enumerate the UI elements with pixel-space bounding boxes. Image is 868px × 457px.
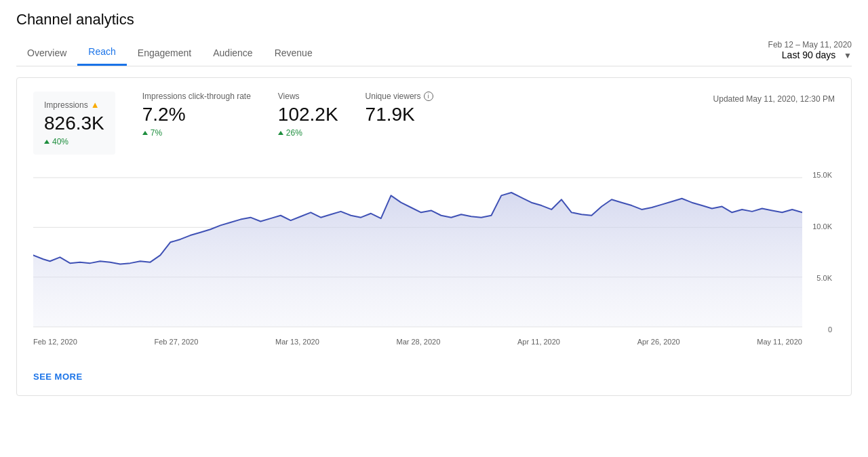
metric-views-change: 26% (278, 128, 338, 138)
analytics-card: Impressions ▲ 826.3K 40% Impressions cli… (16, 77, 852, 396)
metric-views: Views 102.2K 26% (278, 92, 338, 138)
metric-unique-viewers-value: 71.9K (366, 104, 433, 125)
up-arrow-icon (142, 131, 148, 135)
tabs-row: Overview Reach Engagement Audience Reven… (16, 39, 852, 66)
date-range-selector[interactable]: Feb 12 – May 11, 2020 Last 90 days ▼ (768, 40, 852, 66)
tab-reach[interactable]: Reach (77, 39, 126, 66)
metric-ctr-label: Impressions click-through rate (142, 92, 251, 101)
chart-svg (33, 171, 802, 334)
metric-unique-viewers: Unique viewers i 71.9K (366, 92, 433, 125)
up-arrow-icon (278, 131, 283, 135)
date-range-main: Last 90 days ▼ (782, 49, 852, 60)
see-more-link[interactable]: SEE MORE (33, 372, 83, 382)
tab-audience[interactable]: Audience (202, 41, 263, 65)
y-label-0: 0 (808, 325, 832, 334)
warning-icon: ▲ (91, 100, 100, 110)
y-label-10k: 10.0K (808, 222, 832, 231)
chart-area: 15.0K 10.0K 5.0K 0 (33, 171, 835, 334)
tab-engagement[interactable]: Engagement (127, 41, 202, 65)
tab-revenue[interactable]: Revenue (264, 41, 323, 65)
metric-impressions-value: 826.3K (44, 113, 104, 134)
x-label-3: Mar 28, 2020 (396, 338, 440, 346)
x-label-1: Feb 27, 2020 (155, 338, 199, 346)
tab-overview[interactable]: Overview (16, 41, 77, 65)
updated-text: Updated May 11, 2020, 12:30 PM (713, 92, 835, 104)
chevron-down-icon: ▼ (844, 51, 852, 60)
x-label-6: May 11, 2020 (757, 338, 802, 346)
x-axis-labels: Feb 12, 2020 Feb 27, 2020 Mar 13, 2020 M… (33, 338, 835, 346)
metric-ctr-change: 7% (142, 128, 251, 138)
y-label-5k: 5.0K (808, 274, 832, 282)
metric-impressions-change: 40% (44, 137, 104, 146)
y-label-15k: 15.0K (808, 171, 832, 179)
metric-ctr: Impressions click-through rate 7.2% 7% (142, 92, 251, 138)
x-label-0: Feb 12, 2020 (33, 338, 77, 346)
y-axis-labels: 15.0K 10.0K 5.0K 0 (808, 171, 835, 334)
metric-views-value: 102.2K (278, 104, 338, 125)
x-label-2: Mar 13, 2020 (275, 338, 319, 346)
date-range-sub: Feb 12 – May 11, 2020 (768, 40, 852, 49)
page-title: Channel analytics (16, 11, 852, 28)
metric-ctr-value: 7.2% (142, 104, 251, 125)
x-label-4: Apr 11, 2020 (517, 338, 560, 346)
metric-impressions: Impressions ▲ 826.3K 40% (33, 92, 115, 155)
up-arrow-icon (44, 140, 50, 144)
metrics-row: Impressions ▲ 826.3K 40% Impressions cli… (33, 92, 835, 155)
info-icon: i (424, 92, 433, 101)
chart-container: 15.0K 10.0K 5.0K 0 Feb 12, 2020 Feb 27, … (33, 171, 835, 361)
page-container: Channel analytics Overview Reach Engagem… (0, 0, 868, 407)
metric-views-label: Views (278, 92, 338, 101)
x-label-5: Apr 26, 2020 (637, 338, 680, 346)
metric-unique-viewers-label: Unique viewers i (366, 92, 433, 101)
metric-impressions-label: Impressions ▲ (44, 100, 104, 110)
